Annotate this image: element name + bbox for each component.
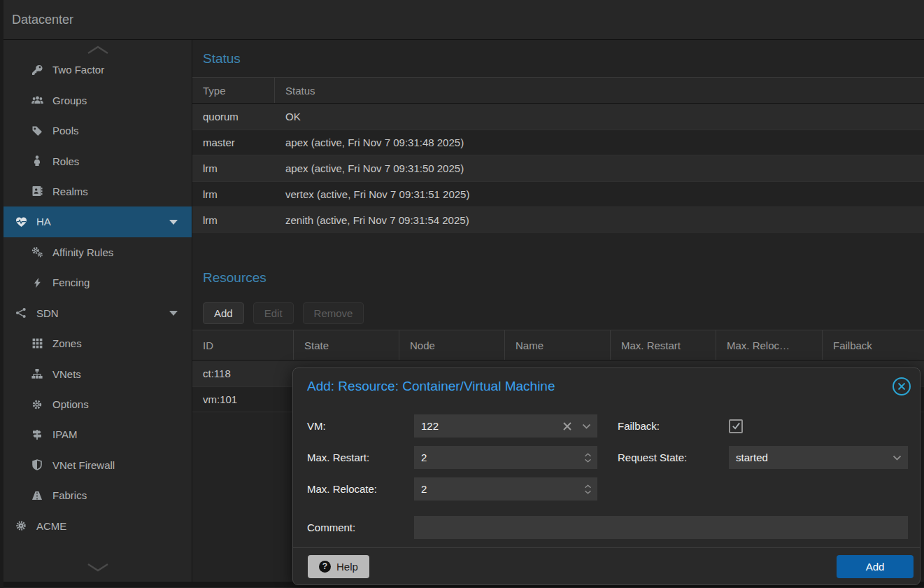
page-title: Datacenter [12,13,73,27]
sitemap-icon [29,368,45,379]
max-restart-label: Max. Restart: [307,451,414,463]
sidebar-item-fabrics[interactable]: Fabrics [3,480,192,510]
vm-combo-field[interactable]: 122 [414,414,597,438]
cell-status: apex (active, Fri Nov 7 09:31:50 2025) [275,155,924,181]
column-header-name[interactable]: Name [505,330,611,360]
column-header-max-relocate[interactable]: Max. Reloc… [716,330,823,360]
close-icon[interactable] [893,377,911,396]
key-icon [29,64,45,76]
firewall-icon [13,551,29,552]
heartbeat-icon [13,216,29,227]
map-signs-icon [29,429,45,440]
edit-button[interactable]: Edit [253,302,294,324]
request-state-select[interactable]: started [729,446,908,469]
sidebar-item-vnet-firewall[interactable]: VNet Firewall [3,450,192,480]
address-book-icon [29,186,45,197]
request-state-value: started [736,451,768,463]
sidebar-item-ha[interactable]: HA [3,206,192,237]
column-header-state[interactable]: State [294,330,399,360]
spinner-up-down-icon[interactable] [584,446,592,469]
table-row[interactable]: master apex (active, Fri Nov 7 09:31:48 … [192,130,924,155]
sidebar-scroll-down[interactable] [3,554,192,582]
column-header-id[interactable]: ID [192,330,294,360]
chevron-down-icon[interactable] [582,414,591,438]
sidebar: Two Factor Groups Pools Roles Realms HA [3,40,192,582]
cell-type: master [192,130,275,155]
sidebar-item-groups[interactable]: Groups [3,85,192,115]
sidebar-item-label: HA [36,216,51,227]
chevron-down-icon[interactable] [169,220,178,225]
table-row[interactable]: lrm zenith (active, Fri Nov 7 09:31:54 2… [192,207,924,233]
help-button-label: Help [336,561,358,573]
sidebar-item-label: Options [52,398,89,410]
max-restart-spinner[interactable]: 2 [414,446,597,469]
request-state-label: Request State: [618,451,729,463]
sidebar-item-pools[interactable]: Pools [3,115,192,146]
max-relocate-spinner[interactable]: 2 [414,477,597,500]
cell-type: quorum [192,104,275,130]
column-header-type[interactable]: Type [192,78,275,103]
chevron-down-icon[interactable] [893,446,902,469]
table-row[interactable]: quorum OK [192,104,924,130]
max-relocate-value: 2 [421,483,427,495]
comment-input[interactable] [414,516,908,539]
sidebar-item-label: VNets [52,368,81,380]
column-header-status[interactable]: Status [275,78,924,103]
grid-icon [29,338,45,349]
sidebar-item-ipam[interactable]: IPAM [3,419,192,449]
sidebar-item-label: VNet Firewall [52,459,115,471]
resources-table-header: ID State Node Name Max. Restart Max. Rel… [192,330,924,360]
sidebar-item-label: Zones [52,337,82,349]
spinner-up-down-icon[interactable] [584,477,592,500]
max-relocate-label: Max. Relocate: [307,483,414,495]
failback-checkbox[interactable] [729,419,743,433]
sidebar-item-options[interactable]: Options [3,389,192,419]
table-row[interactable]: lrm vertex (active, Fri Nov 7 09:31:51 2… [192,181,924,207]
sidebar-item-label: Two Factor [52,64,104,76]
sidebar-item-sdn[interactable]: SDN [3,298,192,328]
help-button[interactable]: ? Help [308,555,369,578]
dialog-add-button[interactable]: Add [837,555,914,578]
dialog-titlebar[interactable]: Add: Resource: Container/Virtual Machine [293,368,920,405]
gears-icon [29,246,45,258]
tag-icon [29,125,45,136]
cell-type: lrm [192,155,275,181]
sidebar-item-affinity-rules[interactable]: Affinity Rules [3,237,192,267]
sidebar-item-label: SDN [36,307,59,319]
sidebar-item-realms[interactable]: Realms [3,176,192,206]
column-header-node[interactable]: Node [399,330,505,360]
column-header-max-restart[interactable]: Max. Restart [611,330,716,360]
users-icon [29,94,45,106]
cell-id: ct:118 [192,360,294,386]
dialog-title: Add: Resource: Container/Virtual Machine [307,379,555,394]
sidebar-item-two-factor[interactable]: Two Factor [3,55,192,85]
network-icon [13,307,29,318]
add-resource-dialog: Add: Resource: Container/Virtual Machine… [292,368,921,585]
add-button[interactable]: Add [203,302,244,324]
resources-section-title: Resources [192,259,924,296]
remove-button[interactable]: Remove [303,302,364,324]
person-icon [29,155,45,167]
comment-label: Comment: [307,522,414,533]
cell-id: vm:101 [192,387,294,412]
sidebar-item-label: Fabrics [52,489,87,501]
clear-icon[interactable] [562,414,572,438]
sidebar-item-fencing[interactable]: Fencing [3,267,192,298]
max-restart-value: 2 [421,451,427,463]
sidebar-item-label: Fencing [52,276,90,288]
column-header-failback[interactable]: Failback [823,330,924,360]
sidebar-item-firewall[interactable]: Firewall [3,541,192,552]
sidebar-item-vnets[interactable]: VNets [3,358,192,388]
sidebar-item-roles[interactable]: Roles [3,146,192,176]
gear-icon [29,399,45,410]
sidebar-scroll-up[interactable] [3,40,192,55]
chevron-down-icon[interactable] [169,311,178,316]
sidebar-item-label: Realms [52,186,88,197]
sidebar-item-label: ACME [36,520,66,532]
sidebar-item-zones[interactable]: Zones [3,328,192,358]
shield-icon [29,459,45,470]
table-row[interactable]: lrm apex (active, Fri Nov 7 09:31:50 202… [192,155,924,181]
app-window: Datacenter Two Factor Groups Pools Roles [0,0,924,588]
resources-toolbar: Add Edit Remove [192,296,924,330]
sidebar-item-acme[interactable]: ACME [3,511,192,541]
